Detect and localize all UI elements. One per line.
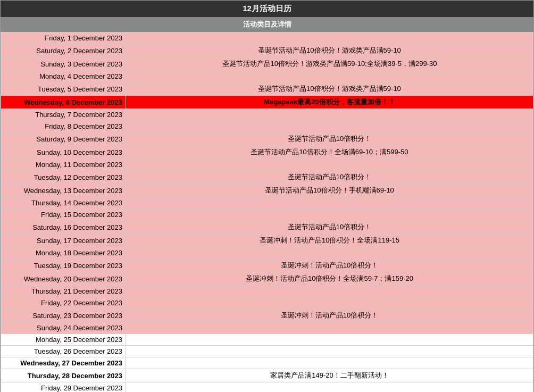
event-cell	[126, 159, 533, 171]
date-cell: Wednesday, 27 December 2023	[1, 357, 126, 369]
calendar-title: 12月活动日历	[1, 1, 533, 17]
table-row: Monday, 4 December 2023	[1, 71, 533, 82]
table-row: Thursday, 14 December 2023	[1, 197, 533, 209]
table-row: Wednesday, 20 December 2023圣诞冲刺！活动产品10倍积…	[1, 272, 533, 286]
event-cell	[126, 322, 533, 334]
date-cell: Sunday, 3 December 2023	[1, 57, 126, 71]
event-cell: Megapeak最高20倍积分，客流量加倍！！	[126, 96, 533, 109]
table-row: Thursday, 21 December 2023	[1, 286, 533, 297]
event-cell	[126, 346, 533, 357]
event-cell	[126, 382, 533, 393]
event-cell: 圣诞节活动产品10倍积分！	[126, 132, 533, 146]
date-cell: Thursday, 21 December 2023	[1, 286, 126, 297]
date-cell: Friday, 8 December 2023	[1, 121, 126, 132]
event-cell: 圣诞冲刺！活动产品10倍积分！全场满59-7；满159-20	[126, 272, 533, 286]
date-cell: Thursday, 7 December 2023	[1, 109, 126, 121]
date-cell: Friday, 22 December 2023	[1, 297, 126, 309]
table-row: Saturday, 2 December 2023圣诞节活动产品10倍积分！游戏…	[1, 44, 533, 57]
table-row: Tuesday, 19 December 2023圣诞冲刺！活动产品10倍积分！	[1, 259, 533, 272]
table-row: Wednesday, 27 December 2023	[1, 357, 533, 369]
table-row: Sunday, 17 December 2023圣诞冲刺！活动产品10倍积分！全…	[1, 234, 533, 247]
event-cell	[126, 109, 533, 121]
event-cell	[126, 197, 533, 209]
table-row: Monday, 11 December 2023	[1, 159, 533, 171]
date-cell: Wednesday, 6 December 2023	[1, 96, 126, 109]
table-row: Tuesday, 5 December 2023圣诞节活动产品10倍积分！游戏类…	[1, 82, 533, 96]
table-row: Thursday, 28 December 2023家居类产品满149-20！二…	[1, 369, 533, 382]
date-cell: Tuesday, 12 December 2023	[1, 171, 126, 184]
date-cell: Monday, 25 December 2023	[1, 334, 126, 346]
table-row: Sunday, 24 December 2023	[1, 322, 533, 334]
event-cell	[126, 121, 533, 132]
event-cell: 圣诞节活动产品10倍积分！全场满69-10；满599-50	[126, 146, 533, 159]
date-cell: Monday, 11 December 2023	[1, 159, 126, 171]
date-cell: Friday, 15 December 2023	[1, 209, 126, 221]
table-row: Friday, 8 December 2023	[1, 121, 533, 132]
date-cell: Tuesday, 26 December 2023	[1, 346, 126, 357]
date-cell: Sunday, 24 December 2023	[1, 322, 126, 334]
event-cell: 圣诞节活动产品10倍积分！手机端满69-10	[126, 184, 533, 197]
date-cell: Tuesday, 5 December 2023	[1, 82, 126, 96]
date-cell: Wednesday, 13 December 2023	[1, 184, 126, 197]
table-row: Wednesday, 6 December 2023Megapeak最高20倍积…	[1, 96, 533, 109]
date-cell: Monday, 18 December 2023	[1, 247, 126, 259]
table-row: Friday, 22 December 2023	[1, 297, 533, 309]
date-cell: Thursday, 14 December 2023	[1, 197, 126, 209]
table-row: Sunday, 3 December 2023圣诞节活动产品10倍积分！游戏类产…	[1, 57, 533, 71]
event-cell: 圣诞节活动产品10倍积分！	[126, 171, 533, 184]
event-cell: 圣诞冲刺！活动产品10倍积分！	[126, 309, 533, 322]
date-cell: Sunday, 17 December 2023	[1, 234, 126, 247]
table-row: Saturday, 16 December 2023圣诞节活动产品10倍积分！	[1, 221, 533, 234]
table-row: Saturday, 23 December 2023圣诞冲刺！活动产品10倍积分…	[1, 309, 533, 322]
date-cell: Saturday, 2 December 2023	[1, 44, 126, 57]
event-cell: 家居类产品满149-20！二手翻新活动！	[126, 369, 533, 382]
date-cell: Wednesday, 20 December 2023	[1, 272, 126, 286]
table-row: Tuesday, 26 December 2023	[1, 346, 533, 357]
table-row: Monday, 25 December 2023	[1, 334, 533, 346]
event-cell: 圣诞节活动产品10倍积分！游戏类产品满59-10;全场满39-5，满299-30	[126, 57, 533, 71]
date-cell: Thursday, 28 December 2023	[1, 369, 126, 382]
event-cell	[126, 297, 533, 309]
event-cell: 圣诞节活动产品10倍积分！游戏类产品满59-10	[126, 82, 533, 96]
table-row: Friday, 15 December 2023	[1, 209, 533, 221]
event-cell: 圣诞冲刺！活动产品10倍积分！	[126, 259, 533, 272]
date-cell: Tuesday, 19 December 2023	[1, 259, 126, 272]
table-row: Sunday, 10 December 2023圣诞节活动产品10倍积分！全场满…	[1, 146, 533, 159]
event-cell: 圣诞冲刺！活动产品10倍积分！全场满119-15	[126, 234, 533, 247]
event-cell	[126, 357, 533, 369]
calendar-table: Friday, 1 December 2023Saturday, 2 Decem…	[1, 32, 533, 392]
date-cell: Saturday, 23 December 2023	[1, 309, 126, 322]
event-cell: 圣诞节活动产品10倍积分！	[126, 221, 533, 234]
event-cell: 圣诞节活动产品10倍积分！游戏类产品满59-10	[126, 44, 533, 57]
calendar-subtitle: 活动类目及详情	[1, 17, 533, 32]
event-cell	[126, 209, 533, 221]
table-row: Wednesday, 13 December 2023圣诞节活动产品10倍积分！…	[1, 184, 533, 197]
event-cell	[126, 334, 533, 346]
table-row: Monday, 18 December 2023	[1, 247, 533, 259]
date-cell: Sunday, 10 December 2023	[1, 146, 126, 159]
event-cell	[126, 286, 533, 297]
calendar-container: 12月活动日历 活动类目及详情 Friday, 1 December 2023S…	[0, 0, 534, 392]
table-row: Friday, 29 December 2023	[1, 382, 533, 393]
date-cell: Friday, 29 December 2023	[1, 382, 126, 393]
date-cell: Monday, 4 December 2023	[1, 71, 126, 82]
date-cell: Friday, 1 December 2023	[1, 32, 126, 44]
event-cell	[126, 71, 533, 82]
table-row: Friday, 1 December 2023	[1, 32, 533, 44]
date-cell: Saturday, 16 December 2023	[1, 221, 126, 234]
event-cell	[126, 32, 533, 44]
date-cell: Saturday, 9 December 2023	[1, 132, 126, 146]
table-row: Saturday, 9 December 2023圣诞节活动产品10倍积分！	[1, 132, 533, 146]
table-row: Thursday, 7 December 2023	[1, 109, 533, 121]
table-row: Tuesday, 12 December 2023圣诞节活动产品10倍积分！	[1, 171, 533, 184]
event-cell	[126, 247, 533, 259]
